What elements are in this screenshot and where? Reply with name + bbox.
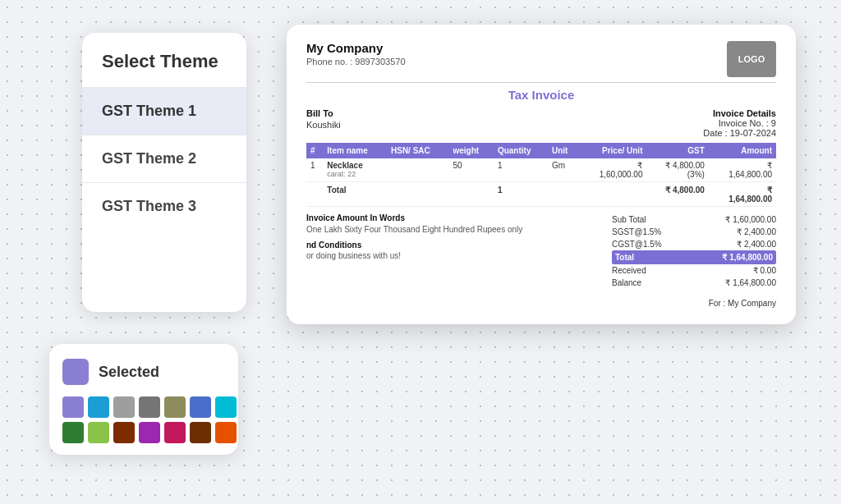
invoice-no: Invoice No. : 9 [703, 118, 776, 128]
col-price: Price/ Unit [579, 143, 646, 158]
selected-row: Selected [62, 359, 225, 385]
total-label: Total [323, 182, 387, 207]
invoice-title: Tax Invoice [306, 88, 776, 102]
selected-label: Selected [99, 364, 159, 381]
invoice-table: # Item name HSN/ SAC weight Quantity Uni… [306, 143, 776, 207]
color-picker-panel: Selected [49, 344, 238, 455]
total-qty: 1 [494, 182, 548, 207]
total-empty-3 [448, 182, 493, 207]
subtotal-value: ₹ 1,60,000.00 [702, 215, 776, 224]
color-grid [62, 396, 225, 443]
balance-value: ₹ 1,64,800.00 [702, 278, 776, 287]
col-unit: Unit [548, 143, 579, 158]
row-num: 1 [306, 158, 323, 182]
color-swatch-1[interactable] [62, 396, 84, 418]
color-swatch-13[interactable] [190, 422, 211, 443]
color-swatch-8[interactable] [62, 422, 84, 443]
col-qty: Quantity [494, 143, 548, 158]
invoice-divider [306, 82, 776, 83]
company-info: My Company Phone no. : 9897303570 [306, 41, 406, 66]
total-empty-5 [579, 182, 646, 207]
row-unit: Gm [548, 158, 579, 182]
total-gst: ₹ 4,800.00 [646, 182, 708, 207]
received-label: Received [612, 266, 702, 275]
col-hsn: HSN/ SAC [387, 143, 448, 158]
color-swatch-9[interactable] [88, 422, 109, 443]
main-wrapper: Select Theme GST Theme 1 GST Theme 2 GST… [0, 0, 841, 504]
total-empty-1 [306, 182, 323, 207]
invoice-date: Date : 19-07-2024 [703, 128, 776, 138]
col-num: # [306, 143, 323, 158]
table-header-row: # Item name HSN/ SAC weight Quantity Uni… [306, 143, 776, 158]
summary-row-subtotal: Sub Total ₹ 1,60,000.00 [612, 213, 776, 226]
terms-title: nd Conditions [306, 241, 599, 250]
row-price: ₹1,60,000.00 [579, 158, 646, 182]
theme-item-3[interactable]: GST Theme 3 [82, 183, 246, 230]
logo-box: LOGO [727, 41, 776, 77]
total-row: Total 1 ₹ 4,800.00 ₹1,64,800.00 [306, 182, 776, 207]
col-item: Item name [323, 143, 387, 158]
summary-row-balance: Balance ₹ 1,64,800.00 [612, 277, 776, 289]
row-amount: ₹1,64,800.00 [709, 158, 776, 182]
invoice-details: Invoice Details Invoice No. : 9 Date : 1… [703, 108, 776, 138]
invoice-panel: My Company Phone no. : 9897303570 LOGO T… [287, 25, 796, 324]
for-company: For : My Company [306, 299, 776, 308]
col-gst: GST [646, 143, 708, 158]
summary-table: Sub Total ₹ 1,60,000.00 SGST@1.5% ₹ 2,40… [612, 213, 776, 289]
cgst-label: CGST@1.5% [612, 240, 702, 249]
color-swatch-3[interactable] [113, 396, 135, 418]
row-hsn [387, 158, 448, 182]
color-swatch-5[interactable] [164, 396, 186, 418]
color-swatch-6[interactable] [190, 396, 211, 418]
color-swatch-10[interactable] [113, 422, 135, 443]
color-swatch-11[interactable] [139, 422, 160, 443]
theme-item-1[interactable]: GST Theme 1 [82, 88, 246, 135]
balance-label: Balance [612, 278, 702, 287]
sgst-value: ₹ 2,400.00 [702, 227, 776, 236]
bill-to-label: Bill To [306, 108, 341, 118]
terms-text: or doing business with us! [306, 251, 599, 260]
invoice-details-title: Invoice Details [703, 108, 776, 118]
col-amount: Amount [709, 143, 776, 158]
bill-to: Bill To Koushiki [306, 108, 341, 138]
selected-color-swatch[interactable] [62, 359, 89, 385]
color-swatch-2[interactable] [88, 396, 109, 418]
words-title: Invoice Amount In Words [306, 213, 599, 222]
invoice-words: Invoice Amount In Words One Lakh Sixty F… [306, 213, 612, 289]
summary-section: Invoice Amount In Words One Lakh Sixty F… [306, 213, 776, 289]
company-name: My Company [306, 41, 406, 55]
bill-section: Bill To Koushiki Invoice Details Invoice… [306, 108, 776, 138]
total-summary-value: ₹ 1,64,800.00 [699, 253, 773, 262]
total-amount: ₹1,64,800.00 [709, 182, 776, 207]
theme-panel: Select Theme GST Theme 1 GST Theme 2 GST… [82, 33, 246, 312]
cgst-value: ₹ 2,400.00 [702, 240, 776, 249]
invoice-header: My Company Phone no. : 9897303570 LOGO [306, 41, 776, 77]
summary-row-received: Received ₹ 0.00 [612, 264, 776, 277]
total-empty-4 [548, 182, 579, 207]
theme-item-2[interactable]: GST Theme 2 [82, 135, 246, 183]
color-swatch-7[interactable] [215, 396, 237, 418]
row-qty: 1 [494, 158, 548, 182]
color-swatch-14[interactable] [215, 422, 237, 443]
table-row: 1 Necklace carat: 22 50 1 Gm ₹1,60,000.0… [306, 158, 776, 182]
col-weight: weight [448, 143, 493, 158]
theme-panel-title: Select Theme [82, 33, 246, 88]
color-swatch-4[interactable] [139, 396, 160, 418]
total-summary-label: Total [615, 253, 699, 262]
row-item: Necklace carat: 22 [323, 158, 387, 182]
received-value: ₹ 0.00 [702, 266, 776, 275]
total-empty-2 [387, 182, 448, 207]
company-phone: Phone no. : 9897303570 [306, 57, 406, 66]
row-weight: 50 [448, 158, 493, 182]
sgst-label: SGST@1.5% [612, 227, 702, 236]
customer-name: Koushiki [306, 120, 341, 130]
summary-row-sgst: SGST@1.5% ₹ 2,400.00 [612, 226, 776, 238]
summary-row-cgst: CGST@1.5% ₹ 2,400.00 [612, 238, 776, 250]
words-text: One Lakh Sixty Four Thousand Eight Hundr… [306, 224, 599, 236]
color-swatch-12[interactable] [164, 422, 186, 443]
summary-row-total: Total ₹ 1,64,800.00 [612, 250, 776, 264]
subtotal-label: Sub Total [612, 215, 702, 224]
row-gst: ₹ 4,800.00(3%) [646, 158, 708, 182]
